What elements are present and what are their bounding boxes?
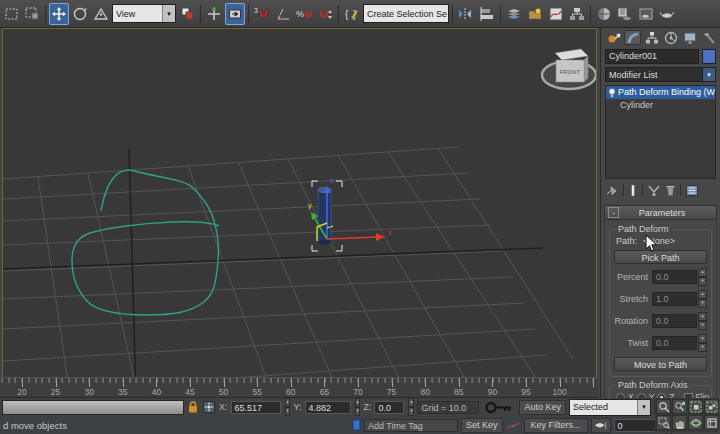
percent-spinner[interactable]: ▲▼ <box>698 268 707 286</box>
zoom-extents-icon[interactable] <box>688 399 703 414</box>
tab-utilities[interactable] <box>700 30 717 45</box>
angle-snap-toggle-icon[interactable] <box>273 3 293 25</box>
grid-lines <box>3 147 573 396</box>
set-keys-key-icon[interactable] <box>485 400 513 415</box>
select-and-move-icon[interactable] <box>49 3 69 25</box>
show-end-result-icon[interactable] <box>628 184 638 197</box>
select-and-manipulate-icon[interactable] <box>204 3 224 25</box>
zoom-region-icon[interactable] <box>656 415 671 430</box>
timeline-frame-label: 40 <box>152 387 161 397</box>
object-color-swatch[interactable] <box>702 49 716 64</box>
use-pivot-point-center-icon[interactable] <box>177 3 197 25</box>
key-mode-toggle[interactable]: ◀▶| <box>591 418 611 433</box>
percent-snap-toggle-icon[interactable]: % <box>294 3 314 25</box>
tab-modify[interactable] <box>624 30 641 45</box>
tab-display[interactable] <box>681 30 698 45</box>
object-name-field[interactable]: Cylinder001 <box>605 49 699 64</box>
render-production-icon[interactable] <box>657 3 677 25</box>
rectangular-selection-region-icon[interactable] <box>1 3 21 25</box>
configure-modifier-sets-icon[interactable] <box>685 184 699 197</box>
make-unique-icon[interactable] <box>647 184 661 197</box>
rendered-frame-window-icon[interactable] <box>636 3 656 25</box>
align-icon[interactable] <box>477 3 497 25</box>
zoom-all-icon[interactable] <box>672 399 687 414</box>
render-setup-icon[interactable] <box>615 3 635 25</box>
collapse-icon[interactable]: - <box>608 207 619 218</box>
key-tangents-icon[interactable] <box>506 418 521 432</box>
timeline-frame-label: 100 <box>553 387 567 397</box>
toolbar-separator <box>200 5 201 23</box>
coord-x-spinner[interactable]: ▲▼ <box>285 398 291 416</box>
rotation-spinner[interactable]: ▲▼ <box>698 312 707 330</box>
chevron-down-icon[interactable]: ▼ <box>162 5 175 22</box>
command-panel: Cylinder001 Modifier List ▼ Path Deform … <box>600 28 720 400</box>
status-bar: X: 65.517 ▲▼ Y: 4.882 ▲▼ Z: 0.0 ▲▼ Grid … <box>0 398 656 416</box>
edit-named-selection-sets-icon[interactable]: {} <box>342 3 362 25</box>
viewcube[interactable]: FRONT <box>542 49 596 89</box>
parameters-rollout-header[interactable]: - Parameters <box>604 205 717 220</box>
percent-field[interactable]: 0.0 <box>652 270 697 284</box>
zoom-icon[interactable] <box>656 399 671 414</box>
timeline-frame-label: 55 <box>252 387 261 397</box>
add-time-tag-field[interactable]: Add Time Tag <box>364 419 458 432</box>
pan-hand-icon[interactable] <box>672 415 687 430</box>
absolute-mode-icon[interactable] <box>202 400 216 414</box>
coord-x-field[interactable]: 65.517 <box>231 401 281 414</box>
timeline-track-bar[interactable]: 20253035404550556065707580859095100 <box>0 377 598 398</box>
toolbar-separator <box>248 5 249 23</box>
set-key-button[interactable]: Set Key <box>461 418 503 433</box>
stretch-spinner[interactable]: ▲▼ <box>698 290 707 308</box>
move-to-path-button[interactable]: Move to Path <box>614 357 707 371</box>
twist-field[interactable]: 0.0 <box>652 336 697 350</box>
key-filters-button[interactable]: Key Filters... <box>524 418 588 433</box>
stretch-label: Stretch <box>614 294 648 304</box>
viewport-canvas: z y x FRONT <box>3 29 596 396</box>
chevron-down-icon[interactable]: ▼ <box>703 67 716 82</box>
maxscript-mini-listener[interactable] <box>2 400 184 415</box>
reference-coordinate-system-dropdown[interactable]: View ▼ <box>112 4 176 23</box>
modifier-stack-row-path-deform[interactable]: Path Deform Binding (WS <box>606 86 715 99</box>
orbit-icon[interactable] <box>688 415 703 430</box>
window-crossing-icon[interactable] <box>22 3 42 25</box>
remove-modifier-icon[interactable] <box>665 184 676 197</box>
rotation-field[interactable]: 0.0 <box>652 314 697 328</box>
coord-z-field[interactable]: 0.0 <box>374 401 404 414</box>
toolbar-separator <box>590 5 591 23</box>
auto-key-button[interactable]: Auto Key <box>519 400 566 415</box>
layer-manager-icon[interactable] <box>504 3 524 25</box>
modifier-list-dropdown[interactable]: Modifier List ▼ <box>605 67 716 82</box>
chevron-down-icon[interactable]: ▼ <box>637 400 650 415</box>
scene-explorer-icon[interactable] <box>525 3 545 25</box>
select-and-rotate-icon[interactable] <box>70 3 90 25</box>
timeline-frame-label: 25 <box>51 387 60 397</box>
perspective-viewport[interactable]: z y x FRONT <box>2 28 597 397</box>
snaps-toggle-3d-icon[interactable]: 3 <box>252 3 272 25</box>
coord-y-spinner[interactable]: ▲▼ <box>355 398 361 416</box>
timeline-frame-label: 20 <box>17 387 26 397</box>
coord-z-spinner[interactable]: ▲▼ <box>408 398 414 416</box>
maximize-viewport-icon[interactable] <box>704 415 719 430</box>
zoom-extents-all-icon[interactable] <box>704 399 719 414</box>
tab-create[interactable] <box>605 30 622 45</box>
pin-stack-icon[interactable] <box>605 184 619 197</box>
spinner-snap-toggle-icon[interactable] <box>315 3 335 25</box>
mirror-icon[interactable] <box>456 3 476 25</box>
coord-y-field[interactable]: 4.882 <box>305 401 351 414</box>
svg-text:%: % <box>296 9 304 19</box>
tab-motion[interactable] <box>662 30 679 45</box>
tab-hierarchy[interactable] <box>643 30 660 45</box>
twist-spinner[interactable]: ▲▼ <box>698 334 707 352</box>
keyboard-override-toggle-icon[interactable] <box>225 3 245 25</box>
lightbulb-icon[interactable] <box>606 88 618 98</box>
stretch-field[interactable]: 1.0 <box>652 292 697 306</box>
schematic-view-icon[interactable] <box>567 3 587 25</box>
modifier-stack-row-cylinder[interactable]: Cylinder <box>606 99 715 112</box>
pick-path-button[interactable]: Pick Path <box>614 250 707 264</box>
curve-editor-icon[interactable] <box>546 3 566 25</box>
select-and-scale-icon[interactable] <box>91 3 111 25</box>
viewcube-front-label[interactable]: FRONT <box>560 69 581 75</box>
key-selection-dropdown[interactable]: Selected ▼ <box>569 399 651 416</box>
named-selection-set-dropdown[interactable]: Create Selection Se ▼ <box>363 4 449 23</box>
selection-lock-icon[interactable] <box>187 400 199 414</box>
material-editor-icon[interactable] <box>594 3 614 25</box>
